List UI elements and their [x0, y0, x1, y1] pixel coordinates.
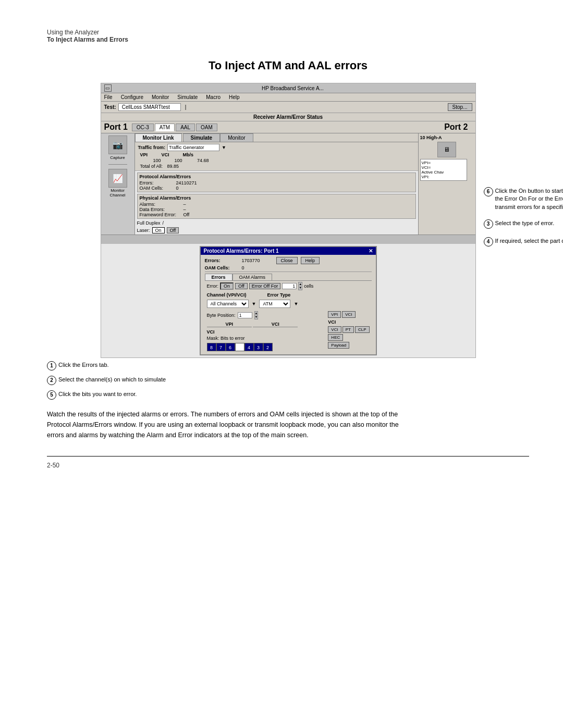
callout-1: 1 Click the Errors tab.: [47, 361, 232, 371]
vci-col-header: VCI: [253, 322, 298, 327]
menu-configure[interactable]: Configure: [121, 94, 143, 100]
callout-5-circle: 5: [47, 390, 56, 400]
popup-container: Protocol Alarms/Errors: Port 1 ✕ Errors:…: [101, 244, 475, 357]
dropdown-row: All Channels ▼ ATM ▼: [205, 299, 372, 309]
payload-cell-button[interactable]: Payload: [328, 342, 349, 349]
frameword-label: Frameword Error:: [140, 212, 181, 217]
traffic-grid: VPI VCI Mb/s 100 100 74.68: [140, 152, 415, 163]
callout-3-circle: 3: [484, 219, 493, 229]
callout-1-circle: 1: [47, 361, 56, 371]
close-icon[interactable]: ▭: [104, 84, 112, 92]
total-value: 89.85: [167, 164, 179, 169]
bottom-rule: [47, 456, 529, 456]
laser-on-button[interactable]: On: [152, 227, 165, 233]
vci-val: 100: [162, 158, 182, 163]
data-errors-value: –: [183, 207, 186, 212]
vpi-val: 100: [140, 158, 161, 163]
app-screenshot: ▭ HP Broadband Service A... File Configu…: [101, 83, 476, 358]
popup-title: Protocol Alarms/Errors: Port 1: [204, 248, 279, 254]
menu-bar: File Configure Monitor Simulate Macro He…: [101, 93, 475, 102]
tab-simulate[interactable]: Simulate: [183, 133, 221, 142]
stop-button[interactable]: Stop...: [448, 103, 472, 111]
clp-cell-button[interactable]: CLP: [355, 326, 370, 333]
error-off-button[interactable]: Off: [235, 283, 248, 289]
laser-off-button[interactable]: Off: [167, 227, 179, 233]
screenshot-wrapper: ▭ HP Broadband Service A... File Configu…: [101, 83, 476, 358]
spinner-arrows-icon[interactable]: ▲▼: [298, 282, 302, 290]
errors-row: Errors: 24110271: [140, 180, 413, 186]
callout-2-text: Select the channel(s) on which to simula…: [58, 376, 232, 384]
data-errors-label: Data Errors:: [140, 207, 181, 212]
help-button[interactable]: Help: [301, 257, 320, 264]
byte-spinner-arrows-icon[interactable]: ▲▼: [254, 311, 259, 319]
tab-oam[interactable]: OAM: [196, 124, 217, 131]
left-sidebar: 📷 Capture 📈 MonitorChannel: [101, 133, 135, 235]
vpi-col-header: VPI: [207, 322, 252, 327]
tab-monitor[interactable]: Monitor: [220, 133, 253, 142]
errors-value: 24110271: [176, 180, 197, 186]
mask-bit-4[interactable]: 4: [244, 343, 254, 351]
menu-monitor[interactable]: Monitor: [152, 94, 169, 100]
mask-bit-8[interactable]: 8: [207, 343, 216, 351]
menu-simulate[interactable]: Simulate: [177, 94, 198, 100]
cells-spinner[interactable]: 1: [282, 283, 297, 289]
tab-monitor-link[interactable]: Monitor Link: [135, 133, 182, 142]
pt-cell-button[interactable]: PT: [342, 326, 354, 333]
channel-error-row: Channel (VPI/VCI) Error Type: [205, 291, 372, 299]
port2-icon: 🖥: [437, 142, 456, 157]
error-label: Error:: [207, 283, 219, 289]
menu-file[interactable]: File: [104, 94, 113, 100]
tab-atm[interactable]: ATM: [155, 124, 175, 131]
vci-row2: VCI: [328, 319, 369, 325]
tab-errors[interactable]: Errors: [205, 274, 232, 280]
alarms-label: Alarms:: [140, 202, 181, 207]
tab-oam-alarms[interactable]: OAM Alarms: [232, 274, 273, 280]
duplex-label: Full Duplex: [137, 220, 161, 226]
callout-6-text: Click the On button to start injecting e…: [495, 187, 564, 211]
error-type-select[interactable]: ATM: [259, 300, 290, 308]
alarms-row: Alarms: –: [140, 202, 413, 207]
data-errors-row: Data Errors: –: [140, 207, 413, 212]
error-off-for-button[interactable]: Error Off For: [249, 283, 280, 289]
test-name: CellLoss SMARTtest: [118, 103, 181, 111]
mask-bit-7[interactable]: 7: [216, 343, 226, 351]
capture-icon[interactable]: 📷: [108, 135, 127, 154]
tab-oc3[interactable]: OC-3: [132, 124, 154, 131]
app-main-area: 📷 Capture 📈 MonitorChannel Monitor Link …: [101, 133, 475, 235]
vci-cell-button2[interactable]: VCI: [328, 326, 341, 333]
monitor-channel-icon[interactable]: 📈: [108, 169, 127, 188]
channel-select[interactable]: All Channels: [207, 300, 249, 308]
vci-header: VCI: [162, 152, 182, 157]
app-title: HP Broadband Service A...: [114, 85, 472, 91]
oam-value: 0: [176, 186, 179, 191]
protocol-alarms-title: Protocol Alarms/Errors: [140, 174, 413, 179]
mask-bit-3[interactable]: 3: [254, 343, 263, 351]
callout-6: 6 Click the On button to start injecting…: [484, 187, 564, 211]
vpi-cell-button[interactable]: VPI: [328, 311, 341, 318]
center-panel: Monitor Link Simulate Monitor Traffic fr…: [135, 133, 418, 235]
mask-bit-6[interactable]: 6: [226, 343, 235, 351]
traffic-source[interactable]: Traffic Generator: [167, 144, 219, 151]
popup-errors-row: Errors: 1703770 Close Help: [205, 257, 372, 264]
page-title: To Inject ATM and AAL errors: [47, 59, 529, 72]
total-row: Total of All: 89.85: [140, 164, 415, 169]
menu-macro[interactable]: Macro: [206, 94, 221, 100]
monitor-channel-group: 📈 MonitorChannel: [108, 169, 127, 198]
error-on-button[interactable]: On: [220, 282, 234, 290]
mask-bit-2[interactable]: 2: [263, 343, 273, 351]
frameword-value: Off: [183, 212, 190, 217]
vpi-equals: VPI=: [422, 161, 466, 165]
hec-cell-button[interactable]: HEC: [328, 334, 343, 341]
mask-boxes-row: 8 7 6 4 3 2: [205, 342, 324, 352]
popup-close-icon[interactable]: ✕: [369, 248, 373, 254]
vci-cell-button[interactable]: VCI: [342, 311, 355, 318]
right-icon-row: 🖥: [420, 142, 474, 157]
close-button[interactable]: Close: [276, 257, 298, 264]
mask-bit-5[interactable]: [235, 343, 244, 351]
byte-pos-input[interactable]: [238, 312, 252, 318]
tab-aal[interactable]: AAL: [176, 124, 195, 131]
menu-help[interactable]: Help: [229, 94, 240, 100]
capture-label: Capture: [110, 155, 125, 160]
vpi-header: VPI: [140, 152, 161, 157]
callout-3-text: Select the type of error.: [495, 219, 564, 227]
